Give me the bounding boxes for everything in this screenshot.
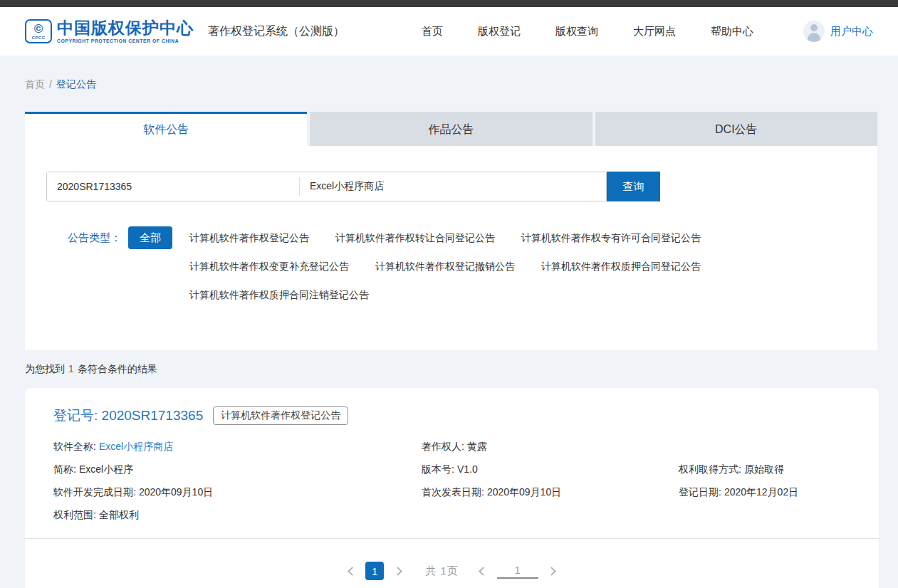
nav-item-hall-locations[interactable]: 大厅网点: [633, 25, 676, 38]
pagination: 1 共 1页: [25, 562, 879, 580]
top-bar: [0, 0, 898, 7]
breadcrumb-separator: /: [49, 78, 52, 90]
filter-item-exclusive-license[interactable]: 计算机软件著作权专有许可合同登记公告: [521, 226, 701, 249]
result-summary-prefix: 为您找到: [25, 363, 65, 374]
cpcc-logo-icon: © CPCC: [25, 19, 52, 43]
announcement-type-tag: 计算机软件著作权登记公告: [213, 406, 348, 425]
field-rights-scope: 权利范围:全部权利: [53, 503, 422, 526]
field-full-name: 软件全称:Excel小程序商店: [53, 435, 422, 458]
avatar-body: [808, 33, 820, 42]
filter-item-revocation[interactable]: 计算机软件著作权登记撤销公告: [375, 255, 515, 278]
result-count: 1: [68, 363, 74, 374]
header: © CPCC 中国版权保护中心 COPYRIGHT PROTECTION CEN…: [0, 7, 898, 56]
field-empty: [679, 435, 850, 458]
user-center-label: 用户中心: [830, 25, 873, 38]
chevron-left-icon: [348, 567, 357, 576]
field-owner: 著作权人:黄露: [422, 435, 679, 458]
search-box: [46, 172, 607, 201]
card-divider: [25, 538, 879, 539]
tab-works-announcement[interactable]: 作品公告: [310, 112, 592, 146]
copyright-symbol: ©: [34, 23, 43, 35]
search-button[interactable]: 查询: [607, 172, 660, 201]
filter-row-1: 计算机软件著作权登记公告 计算机软件著作权转让合同登记公告 计算机软件著作权专有…: [189, 226, 701, 249]
registration-label: 登记号:: [53, 408, 98, 423]
filter-item-pledge-contract[interactable]: 计算机软件著作权质押合同登记公告: [541, 255, 701, 278]
search-panel: 查询 公告类型： 全部 计算机软件著作权登记公告 计算机软件著作权转让合同登记公…: [25, 146, 877, 350]
filter-item-pledge-cancellation[interactable]: 计算机软件著作权质押合同注销登记公告: [189, 283, 369, 306]
field-dev-date: 软件开发完成日期:2020年09月10日: [53, 481, 422, 503]
breadcrumb-current: 登记公告: [56, 78, 96, 90]
total-pages-label: 共 1页: [425, 565, 459, 578]
field-publish-date: 首次发表日期:2020年09月10日: [422, 481, 679, 503]
filter-row-3: 计算机软件著作权质押合同注销登记公告: [189, 283, 701, 306]
chevron-right-icon: [393, 567, 402, 576]
result-summary: 为您找到1条符合条件的结果: [25, 363, 873, 376]
announcement-tabs: 软件公告 作品公告 DCI公告: [25, 112, 877, 146]
nav-item-home[interactable]: 首页: [422, 25, 443, 38]
avatar-head: [810, 24, 818, 31]
registration-number-input[interactable]: [47, 172, 299, 201]
registration-number: 2020SR1713365: [102, 408, 204, 423]
main-nav: 首页 版权登记 版权查询 大厅网点 帮助中心: [422, 25, 753, 38]
page: © CPCC 中国版权保护中心 COPYRIGHT PROTECTION CEN…: [0, 0, 898, 588]
result-card: 登记号: 2020SR1713365 计算机软件著作权登记公告 软件全称:Exc…: [25, 388, 879, 588]
registration-number-link[interactable]: 登记号: 2020SR1713365: [53, 406, 203, 425]
tab-software-announcement[interactable]: 软件公告: [25, 112, 307, 146]
field-reg-date: 登记日期:2020年12月02日: [679, 481, 850, 503]
filter-all-button[interactable]: 全部: [128, 226, 172, 249]
jump-prev-button[interactable]: [474, 563, 490, 579]
page-1-button[interactable]: 1: [365, 562, 384, 580]
chevron-right-icon: [547, 567, 556, 576]
result-card-header: 登记号: 2020SR1713365 计算机软件著作权登记公告: [25, 406, 879, 425]
filter-items: 计算机软件著作权登记公告 计算机软件著作权转让合同登记公告 计算机软件著作权专有…: [189, 226, 701, 312]
result-summary-suffix: 条符合条件的结果: [78, 363, 157, 374]
software-full-name-link[interactable]: Excel小程序商店: [99, 441, 173, 452]
cpcc-abbr: CPCC: [31, 36, 45, 40]
filter-label: 公告类型：: [68, 226, 121, 249]
cpcc-logo[interactable]: © CPCC 中国版权保护中心 COPYRIGHT PROTECTION CEN…: [25, 19, 194, 43]
prev-page-button[interactable]: [343, 563, 358, 579]
breadcrumb: 首页/登记公告: [25, 78, 873, 91]
nav-item-help-center[interactable]: 帮助中心: [711, 25, 753, 38]
nav-item-copyright-registration[interactable]: 版权登记: [478, 25, 521, 38]
logo-title-cn: 中国版权保护中心: [57, 19, 194, 37]
system-title: 著作权登记系统（公测版）: [208, 24, 345, 39]
logo-text: 中国版权保护中心 COPYRIGHT PROTECTION CENTER OF …: [57, 19, 194, 43]
user-center[interactable]: 用户中心: [803, 21, 873, 42]
software-name-input[interactable]: [300, 172, 606, 201]
tab-dci-announcement[interactable]: DCI公告: [595, 112, 877, 146]
field-short-name: 简称:Excel小程序: [53, 458, 422, 481]
field-acquisition: 权利取得方式:原始取得: [679, 458, 850, 481]
field-version: 版本号:V1.0: [422, 458, 679, 481]
nav-item-copyright-search[interactable]: 版权查询: [555, 25, 598, 38]
filter-item-transfer-contract[interactable]: 计算机软件著作权转让合同登记公告: [335, 226, 495, 249]
chevron-left-icon: [479, 567, 488, 576]
filter-item-registration[interactable]: 计算机软件著作权登记公告: [189, 226, 309, 249]
page-jump-input[interactable]: [497, 564, 538, 579]
breadcrumb-home[interactable]: 首页: [25, 78, 45, 90]
search-row: 查询: [46, 172, 856, 201]
result-fields: 软件全称:Excel小程序商店 著作权人:黄露 简称:Excel小程序 版本号:…: [25, 425, 879, 526]
user-avatar-icon: [803, 21, 825, 42]
filter-section: 公告类型： 全部 计算机软件著作权登记公告 计算机软件著作权转让合同登记公告 计…: [46, 226, 856, 312]
filter-row-2: 计算机软件著作权变更补充登记公告 计算机软件著作权登记撤销公告 计算机软件著作权…: [189, 255, 701, 278]
filter-item-change-supplement[interactable]: 计算机软件著作权变更补充登记公告: [189, 255, 349, 278]
jump-next-button[interactable]: [545, 563, 561, 579]
logo-title-en: COPYRIGHT PROTECTION CENTER OF CHINA: [57, 38, 194, 43]
next-page-button[interactable]: [391, 563, 407, 579]
